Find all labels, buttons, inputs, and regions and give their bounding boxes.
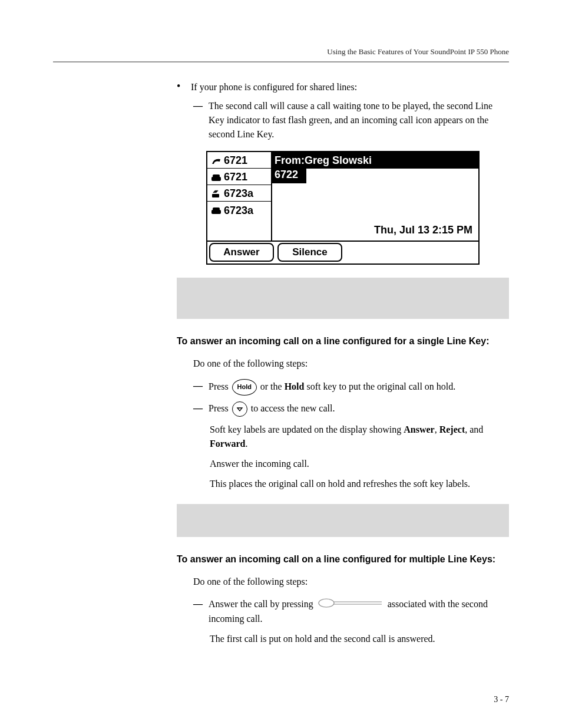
line-3: 6723a <box>207 185 271 202</box>
line-2: 6721 <box>207 169 271 185</box>
text-fragment: , <box>435 424 439 434</box>
incoming-call-icon <box>211 190 222 198</box>
phone-icon <box>211 206 222 215</box>
text-fragment: soft key to put the original call on hol… <box>304 381 455 391</box>
dash-marker: — <box>193 379 209 396</box>
step-press-line-key-text: Answer the call by pressing associated w… <box>209 597 509 626</box>
svg-rect-2 <box>212 194 219 197</box>
text-fragment: Answer the call by pressing <box>209 599 316 609</box>
line-4: 6723a <box>207 202 271 218</box>
line-2-label: 6721 <box>224 169 247 185</box>
svg-point-5 <box>319 599 334 607</box>
bold-answer: Answer <box>404 424 434 434</box>
text-fragment: or the <box>258 381 285 391</box>
step-down-arrow: — Press to access the new call. <box>193 401 509 417</box>
text-fragment: Press <box>209 381 231 391</box>
header-rule <box>53 61 509 62</box>
hold-key-icon: Hold <box>232 379 257 396</box>
bullet-text: If your phone is configured for shared l… <box>191 80 509 94</box>
intro-2: Do one of the following steps: <box>193 575 509 589</box>
text-fragment: . <box>245 439 247 449</box>
step-hold: — Press Hold or the Hold soft key to put… <box>193 379 509 396</box>
bullet-marker: • <box>177 80 191 94</box>
bold-forward: Forward <box>210 439 245 449</box>
line-4-label: 6723a <box>224 203 253 219</box>
sub-bullet-text: The second call will cause a call waitin… <box>209 99 509 141</box>
step-press-line-key: — Answer the call by pressing associated… <box>193 597 509 626</box>
down-arrow-key-icon <box>232 401 247 417</box>
note-box-2 <box>177 504 509 537</box>
step-hold-text: Press Hold or the Hold soft key to put t… <box>209 379 509 396</box>
datetime: Thu, Jul 13 2:15 PM <box>374 222 472 238</box>
line-key-icon <box>318 598 383 612</box>
svg-rect-0 <box>211 177 221 181</box>
line-1: 6721 <box>207 152 271 169</box>
text-fragment: Soft key labels are updated on the displ… <box>210 424 404 434</box>
from-label: From:Greg Slowski <box>272 152 478 169</box>
places-on-hold-text: This places the original call on hold an… <box>210 477 509 491</box>
running-header: Using the Basic Features of Your SoundPo… <box>53 47 509 57</box>
first-call-hold-text: The first call is put on hold and the se… <box>210 632 509 646</box>
svg-rect-3 <box>211 210 221 214</box>
softkey-answer: Answer <box>209 243 274 262</box>
note-box-1 <box>177 278 509 319</box>
answer-call-text: Answer the incoming call. <box>210 457 509 471</box>
svg-rect-4 <box>213 207 220 210</box>
svg-rect-1 <box>213 174 220 177</box>
heading-single-line-key: To answer an incoming call on a line con… <box>177 334 509 348</box>
bullet-shared-lines: • If your phone is configured for shared… <box>177 80 509 94</box>
text-fragment: , and <box>465 424 483 434</box>
text-fragment: to access the new call. <box>249 403 335 413</box>
text-fragment: Press <box>209 403 231 413</box>
phone-screenshot: 6721 6721 6723a <box>206 151 480 265</box>
dash-marker: — <box>193 597 209 626</box>
step-down-text: Press to access the new call. <box>209 401 509 417</box>
dash-marker: — <box>193 99 209 141</box>
page-number: 3 - 7 <box>494 695 509 704</box>
dash-marker: — <box>193 401 209 417</box>
sub-bullet-second-call: — The second call will cause a call wait… <box>193 99 509 141</box>
bold-hold: Hold <box>285 381 305 391</box>
main-content: • If your phone is configured for shared… <box>177 80 509 646</box>
softkey-labels-text: Soft key labels are updated on the displ… <box>210 423 509 451</box>
heading-multiple-line-keys: To answer an incoming call on a line con… <box>177 552 509 566</box>
line-1-label: 6721 <box>224 153 247 169</box>
softkey-silence: Silence <box>277 243 342 262</box>
caller-number: 6722 <box>272 169 306 183</box>
line-3-label: 6723a <box>224 186 253 202</box>
bold-reject: Reject <box>439 424 465 434</box>
phone-icon <box>211 173 222 182</box>
intro-1: Do one of the following steps: <box>193 357 509 371</box>
handset-off-icon <box>211 157 222 165</box>
